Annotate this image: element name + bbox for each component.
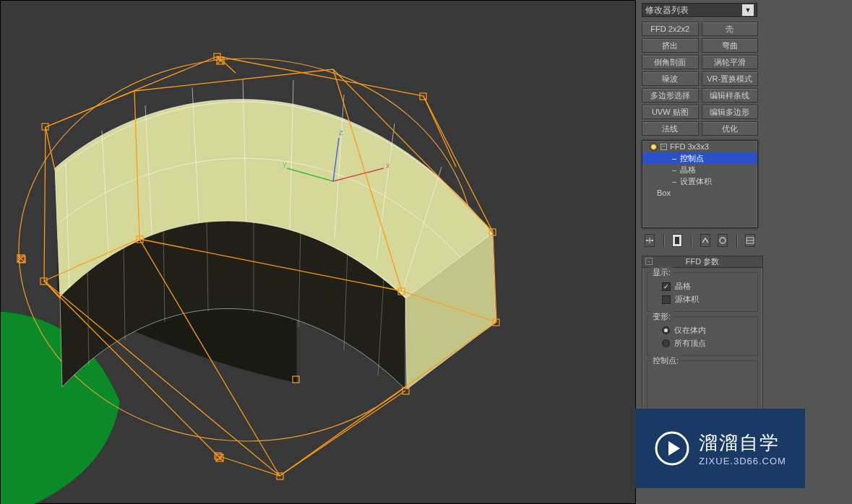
axis-y-label: y [283,160,287,168]
svg-rect-45 [675,237,679,244]
modifier-btn-optimize[interactable]: 优化 [702,121,759,136]
stack-item-lattice[interactable]: – 晶格 [642,164,757,175]
modifier-btn-turbosmooth[interactable]: 涡轮平滑 [702,55,759,69]
modifier-btn-uvw-map[interactable]: UVW 贴图 [642,105,699,119]
stack-item-set-volume[interactable]: – 设置体积 [642,175,757,187]
tree-dash-icon: – [671,165,677,174]
show-end-result-icon[interactable] [672,234,682,247]
remove-modifier-icon[interactable] [718,234,728,247]
stack-item-label: FFD 3x3x3 [670,142,709,151]
stack-item-box[interactable]: Box [642,187,757,199]
svg-rect-44 [652,240,653,241]
ffd-params-rollout: - FFD 参数 显示: ✓ 晶格 源体积 变形: 仅在体内 [642,256,763,416]
axis-x-label: x [386,161,390,170]
modifier-btn-extrude[interactable]: 挤出 [642,38,699,53]
modifier-list-label: 修改器列表 [645,4,689,17]
checkbox-lattice-row[interactable]: ✓ 晶格 [662,281,753,292]
radio-icon [662,339,670,347]
stack-item-label: 控制点 [680,153,704,164]
modifier-buttons-grid: FFD 2x2x2 壳 挤出 弯曲 倒角剖面 涡轮平滑 噪波 VR-置换模式 多… [642,22,758,136]
radio-all-vertices-label: 所有顶点 [674,338,706,349]
checkbox-source-volume-label: 源体积 [675,294,699,305]
radio-icon [662,326,670,334]
checkbox-source-volume-row[interactable]: 源体积 [662,294,753,305]
watermark-overlay: 溜溜自学 ZIXUE.3D66.COM [635,409,805,488]
radio-all-vertices-row[interactable]: 所有顶点 [662,338,753,349]
modifier-list-dropdown[interactable]: 修改器列表 ▼ [642,3,757,17]
svg-rect-43 [646,240,647,241]
watermark-title: 溜溜自学 [699,430,786,456]
stack-item-control-points[interactable]: – 控制点 [642,152,757,164]
svg-point-46 [720,238,726,243]
watermark-subtitle: ZIXUE.3D66.COM [699,456,786,466]
modifier-stack[interactable]: − FFD 3x3x3 – 控制点 – 晶格 – 设置体积 Box [642,140,758,228]
stack-item-ffd3x3x3[interactable]: − FFD 3x3x3 [642,141,757,152]
stack-item-label: Box [657,188,671,197]
modifier-btn-bevel-profile[interactable]: 倒角剖面 [642,55,699,69]
rollout-collapse-icon: - [645,258,653,265]
stack-item-label: 晶格 [680,165,696,175]
rollout-header[interactable]: - FFD 参数 [642,256,762,268]
radio-only-in-volume-row[interactable]: 仅在体内 [662,325,753,336]
viewport-svg: x y z [1,1,637,504]
modifier-btn-poly-select[interactable]: 多边形选择 [642,88,699,103]
viewport-3d[interactable]: x y z [0,0,636,504]
checkbox-icon: ✓ [662,282,671,291]
configure-sets-icon[interactable] [745,234,755,247]
group-deform: 变形: 仅在体内 所有顶点 [647,316,758,356]
svg-marker-50 [668,441,680,456]
group-deform-title: 变形: [650,311,673,322]
dropdown-arrow-icon: ▼ [742,4,754,16]
radio-only-in-volume-label: 仅在体内 [674,325,706,336]
axis-z-label: z [339,128,343,136]
tree-dash-icon: – [671,177,677,186]
modifier-btn-shell[interactable]: 壳 [702,22,759,36]
modifier-btn-edit-spline[interactable]: 编辑样条线 [702,88,759,103]
tree-dash-icon: – [671,154,677,162]
modifier-btn-noise[interactable]: 噪波 [642,71,699,86]
rollout-title: FFD 参数 [686,256,719,267]
checkbox-icon [662,295,671,304]
stack-item-label: 设置体积 [680,176,712,187]
make-unique-icon[interactable] [700,234,710,247]
modifier-btn-bend[interactable]: 弯曲 [702,38,759,53]
play-logo-icon [654,430,690,466]
group-display-title: 显示: [650,267,673,278]
collapse-icon[interactable]: − [660,144,667,150]
lightbulb-icon [650,143,658,151]
group-control-points: 控制点: [647,360,758,411]
pin-stack-icon[interactable] [645,234,655,247]
modifier-btn-edit-poly[interactable]: 编辑多边形 [702,105,759,119]
checkbox-lattice-label: 晶格 [675,281,691,292]
modifier-btn-normal[interactable]: 法线 [642,121,699,136]
group-control-points-title: 控制点: [650,355,681,366]
modifier-btn-ffd2x2x2[interactable]: FFD 2x2x2 [642,22,699,36]
group-display: 显示: ✓ 晶格 源体积 [647,272,758,312]
stack-toolbar [642,233,758,248]
modifier-btn-vr-displace[interactable]: VR-置换模式 [702,71,759,86]
